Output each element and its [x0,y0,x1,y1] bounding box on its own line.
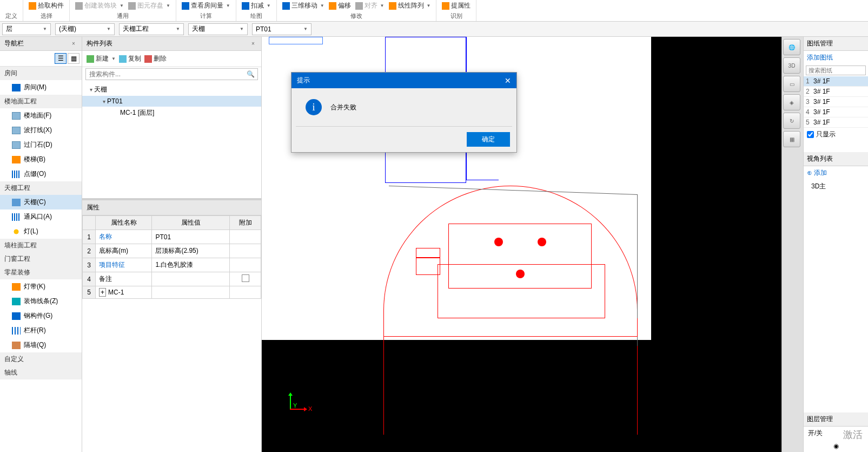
dialog-footer: 确定 [291,127,516,152]
table-row[interactable]: 3项目特征1.白色乳胶漆 [83,258,261,272]
view-iso-button[interactable]: ◈ [783,94,800,110]
selector[interactable]: 天棚▼ [188,23,248,35]
ribbon-item[interactable]: 查看房间量▼ [182,1,230,10]
table-row[interactable]: 5+MC-1 [83,286,261,299]
nav-item[interactable]: 楼梯(B) [0,152,82,167]
ribbon: 定义拾取构件选择创建装饰块▼图元存盘▼通用查看房间量▼计算扣减▼绘图三维移动▼偏… [0,0,868,22]
list-item[interactable]: 23# 1F [804,87,868,97]
nav-group[interactable]: 轴线 [0,366,82,379]
tree-row[interactable]: MC-1 [面层] [82,107,261,119]
nav-group[interactable]: 墙柱面工程 [0,239,82,252]
selector[interactable]: 天棚工程▼ [119,23,184,35]
search-input[interactable] [85,68,258,80]
delete-button[interactable]: 删除 [144,54,167,63]
search-icon[interactable]: 🔍 [247,70,255,78]
ribbon-item[interactable]: 偏移 [329,1,351,10]
dialog-message: 合并失败 [330,103,356,112]
show-only-check[interactable]: 只显示 [804,128,868,141]
add-view-link[interactable]: ⊕ 添加 [804,166,868,180]
table-row[interactable]: 4备注 [83,272,261,286]
nav-item[interactable]: 通风口(A) [0,209,82,224]
nav-group[interactable]: 楼地面工程 [0,95,82,108]
col-name: 属性名称 [96,216,152,230]
component-close-icon[interactable]: × [249,40,257,48]
nav-item[interactable]: 房间(M) [0,80,82,95]
properties-title: 属性 [82,200,261,215]
message-dialog: 提示 ✕ i 合并失败 确定 [291,72,517,153]
nav-group[interactable]: 零星装修 [0,266,82,279]
copy-button[interactable]: 复制 [119,54,141,63]
view-toolbar: 🌐 3D ▭ ◈ ↻ ▦ [781,37,803,452]
nav-item[interactable]: 钢构件(G) [0,309,82,323]
drawing-mgmt-title: 图纸管理 [804,37,868,51]
nav-group[interactable]: 门窗工程 [0,252,82,266]
nav-item[interactable]: 灯带(K) [0,279,82,294]
ribbon-item[interactable]: 三维移动▼ [282,1,324,10]
nav-panel: 导航栏 × ☰ ▦ 房间房间(M)楼地面工程楼地面(F)波打线(X)过门石(D)… [0,37,82,452]
view-list-title: 视角列表 [804,152,868,166]
table-row[interactable]: 2底标高(m)层顶标高(2.95) [83,244,261,258]
nav-item[interactable]: 天棚(C) [0,195,82,209]
nav-item[interactable]: 栏杆(R) [0,323,82,338]
dialog-title-text: 提示 [297,76,310,85]
component-title: 构件列表 [87,39,112,48]
selector[interactable]: 层▼ [2,23,51,35]
dialog-body: i 合并失败 [296,88,512,127]
nav-group[interactable]: 自定义 [0,352,82,366]
nav-title: 导航栏 [4,39,24,48]
axis-y-label: Y [293,402,297,409]
nav-group[interactable]: 房间 [0,67,82,80]
table-row[interactable]: 1名称PT01 [83,230,261,244]
ribbon-item: 对齐▼ [355,1,385,10]
dialog-titlebar[interactable]: 提示 ✕ [291,73,516,88]
layer-visibility-icon[interactable]: ◉ [804,440,868,452]
nav-panel-header: 导航栏 × [0,37,82,51]
activate-text: 激活 [843,428,863,441]
ok-button[interactable]: 确定 [467,132,510,147]
drawing-search-input[interactable] [806,65,866,75]
nav-item[interactable]: 波打线(X) [0,123,82,137]
row-header [83,216,96,230]
col-value: 属性值 [152,216,230,230]
list-view-button[interactable]: ☰ [55,53,67,64]
properties-panel: 属性 属性名称 属性值 附加 1名称PT012底标高(m)层顶标高(2.95)3… [82,200,261,452]
nav-item[interactable]: 隔墙(Q) [0,338,82,352]
grid-view-button[interactable]: ▦ [68,53,79,64]
nav-item[interactable]: 灯(L) [0,224,82,239]
ribbon-item[interactable]: 扣减▼ [242,1,271,10]
view-3d-item[interactable]: 3D主 [804,180,868,193]
nav-item[interactable]: 点缀(O) [0,167,82,181]
list-item[interactable]: 33# 1F [804,97,868,107]
nav-group[interactable]: 天棚工程 [0,181,82,195]
tree-row[interactable]: ▾PT01 [82,96,261,107]
view-top-button[interactable]: ▭ [783,76,800,92]
selector[interactable]: PT01▼ [252,23,312,35]
new-button[interactable]: 新建▼ [87,54,116,63]
view-grid-button[interactable]: ▦ [783,131,800,147]
axis-x-label: X [308,405,312,412]
view-globe-button[interactable]: 🌐 [783,39,800,55]
ribbon-item[interactable]: 线性阵列▼ [389,1,431,10]
ribbon-item: 图元存盘▼ [128,1,170,10]
list-item[interactable]: 13# 1F [804,76,868,87]
nav-item[interactable]: 过门石(D) [0,137,82,152]
nav-tree: 房间房间(M)楼地面工程楼地面(F)波打线(X)过门石(D)楼梯(B)点缀(O)… [0,67,82,452]
list-item[interactable]: 53# 1F [804,117,868,128]
properties-table: 属性名称 属性值 附加 1名称PT012底标高(m)层顶标高(2.95)3项目特… [82,215,261,299]
dialog-close-icon[interactable]: ✕ [505,76,511,85]
view-buttons: ☰ ▦ [0,51,82,67]
tree-row[interactable]: ▾天棚 [82,83,261,96]
layer-mgmt-title: 图层管理 [804,412,868,427]
ribbon-item[interactable]: 拾取构件 [29,1,64,10]
drawing-list: 13# 1F23# 1F33# 1F43# 1F53# 1F [804,76,868,128]
ribbon-item[interactable]: 提属性 [442,1,471,10]
view-rotate-button[interactable]: ↻ [783,113,800,129]
nav-item[interactable]: 装饰线条(Z) [0,294,82,309]
nav-item[interactable]: 楼地面(F) [0,108,82,123]
view-3d-button[interactable]: 3D [783,57,800,74]
component-tree: ▾天棚▾PT01MC-1 [面层] [82,81,261,200]
selector[interactable]: (天棚)▼ [55,23,115,35]
add-drawing-link[interactable]: 添加图纸 [804,51,868,64]
list-item[interactable]: 43# 1F [804,107,868,117]
nav-close-icon[interactable]: × [70,40,77,48]
